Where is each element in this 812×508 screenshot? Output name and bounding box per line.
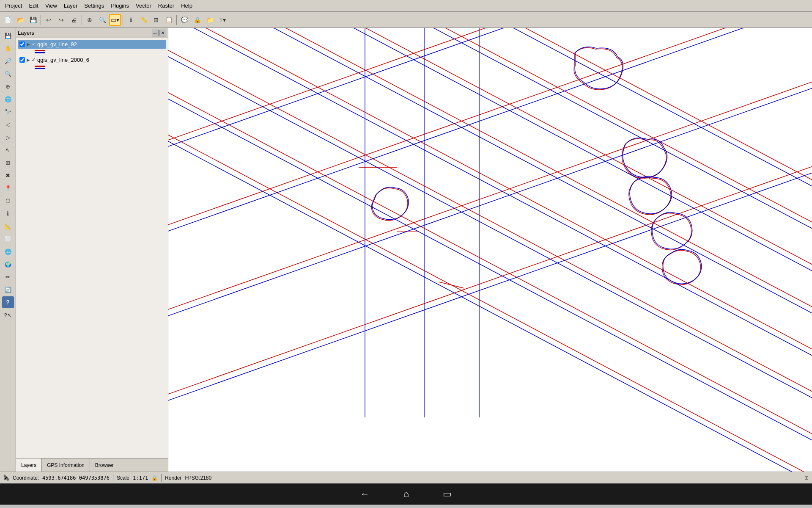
edit-layer-button[interactable]: ✏ xyxy=(2,271,14,283)
attribute-table-button[interactable]: ⊞ xyxy=(150,14,162,26)
select-feature-button[interactable]: ↖ xyxy=(2,144,14,156)
menu-settings[interactable]: Settings xyxy=(81,2,107,10)
layer-1-legend-red xyxy=(35,50,45,51)
tab-gps-information[interactable]: GPS Information xyxy=(42,458,90,472)
open-project-button[interactable]: 📂 xyxy=(14,14,26,26)
statusbar: 🛰 Coordinate: 4593.674186 0497353876 Sca… xyxy=(0,472,812,483)
coordinate-value: 4593.674186 0497353876 xyxy=(42,475,110,481)
menu-edit[interactable]: Edit xyxy=(25,2,41,10)
menu-plugins[interactable]: Plugins xyxy=(107,2,132,10)
identify-lt-button[interactable]: ℹ xyxy=(2,207,14,219)
undo-button[interactable]: ↩ xyxy=(43,14,55,26)
layers-panel-close[interactable]: ✕ xyxy=(159,30,166,36)
select-location-button[interactable]: 📍 xyxy=(2,182,14,194)
save-lt-button[interactable]: 💾 xyxy=(2,30,14,41)
render-label: Render xyxy=(165,475,181,481)
main-area: 💾 ✋ 🔎 🔍 ⊕ 🌐 🔭 ◁ ▷ ↖ ⊞ ✖ 📍 ⬡ ℹ 📐 ⬜ 🌐 🌍 ✏ … xyxy=(0,28,812,472)
zoom-full-button[interactable]: ⊕ xyxy=(84,14,96,26)
print-button[interactable]: 🖨 xyxy=(68,14,80,26)
globe-button[interactable]: 🌐 xyxy=(2,246,14,257)
sep1 xyxy=(41,15,41,25)
layer-2-name: qgis_gv_line_2000_6 xyxy=(37,57,89,63)
tab-layers[interactable]: Layers xyxy=(16,458,42,472)
zoom-next-button[interactable]: ▷ xyxy=(2,131,14,143)
svg-rect-0 xyxy=(168,28,812,472)
android-home-button[interactable]: ⌂ xyxy=(403,489,409,500)
layer-1-vis-icon: ✓ xyxy=(32,41,36,47)
layers-panel-minimize[interactable]: — xyxy=(152,30,159,36)
zoom-out-lt-button[interactable]: 🔍 xyxy=(2,68,14,80)
tab-browser[interactable]: Browser xyxy=(90,458,119,472)
resize-icon: ⊞ xyxy=(804,475,809,481)
zoom-all-button[interactable]: 🌐 xyxy=(2,93,14,105)
menu-vector[interactable]: Vector xyxy=(132,2,155,10)
status-sep-2 xyxy=(161,474,162,482)
new-project-button[interactable]: 📄 xyxy=(2,14,14,26)
layer-item-1[interactable]: ▶ ✓ qgis_gv_line_92 xyxy=(18,40,166,49)
layer-item-2[interactable]: ▶ ✓ qgis_gv_line_2000_6 xyxy=(18,55,166,64)
save-project-button[interactable]: 💾 xyxy=(27,14,39,26)
select-all-lt-button[interactable]: ⊞ xyxy=(2,157,14,168)
redo-button[interactable]: ↪ xyxy=(55,14,67,26)
layers-panel: Layers — ✕ ▶ ✓ qgis_gv_line_92 ▶ xyxy=(16,28,168,472)
layer-1-name: qgis_gv_line_92 xyxy=(37,41,77,47)
layer-2-vis-icon: ✓ xyxy=(32,57,36,63)
select-rect-button[interactable]: ▭▾ xyxy=(109,14,121,26)
layers-tabs: Layers GPS Information Browser xyxy=(16,458,168,472)
measure-area-button[interactable]: ⬜ xyxy=(2,233,14,245)
layers-panel-title: Layers xyxy=(18,30,34,36)
layers-titlebar: Layers — ✕ xyxy=(16,28,168,38)
left-toolbar: 💾 ✋ 🔎 🔍 ⊕ 🌐 🔭 ◁ ▷ ↖ ⊞ ✖ 📍 ⬡ ℹ 📐 ⬜ 🌐 🌍 ✏ … xyxy=(0,28,16,472)
sep4 xyxy=(176,15,177,25)
gps-icon: 🛰 xyxy=(3,475,9,481)
layer-2-legend-red xyxy=(35,66,45,67)
layers-content: ▶ ✓ qgis_gv_line_92 ▶ ✓ qgis_gv_line_200… xyxy=(16,38,168,458)
menu-raster[interactable]: Raster xyxy=(155,2,178,10)
pan-button[interactable]: ✋ xyxy=(2,42,14,54)
crs-label: FPSG:2180 xyxy=(185,475,212,481)
toolbar: 📄 📂 💾 ↩ ↪ 🖨 ⊕ 🔍 ▭▾ ℹ 📏 ⊞ 📋 💬 🔒 📁 T▾ xyxy=(0,12,812,28)
label-button[interactable]: T▾ xyxy=(217,14,228,26)
menu-project[interactable]: Project xyxy=(2,2,25,10)
atlas-button[interactable]: 📋 xyxy=(163,14,175,26)
layer-2-expand-icon: ▶ xyxy=(27,58,30,62)
android-back-button[interactable]: ← xyxy=(360,489,370,500)
layer-2-legend-blue xyxy=(35,68,45,69)
zoom-layer-button[interactable]: ⊕ xyxy=(2,80,14,92)
sep2 xyxy=(82,15,82,25)
identify-features-button[interactable]: ℹ xyxy=(125,14,137,26)
scale-label: Scale xyxy=(117,475,129,481)
deselect-button[interactable]: ✖ xyxy=(2,169,14,181)
browser-button[interactable]: 📁 xyxy=(204,14,216,26)
globe2-button[interactable]: 🌍 xyxy=(2,258,14,270)
annotation-button[interactable]: 💬 xyxy=(178,14,190,26)
zoom-in-button[interactable]: 🔎 xyxy=(2,55,14,67)
layers-panel-controls: — ✕ xyxy=(152,30,166,36)
coordinate-label: Coordinate: xyxy=(13,475,39,481)
help-lt-button[interactable]: ? xyxy=(2,296,14,308)
measure-button[interactable]: 📏 xyxy=(137,14,149,26)
menu-view[interactable]: View xyxy=(42,2,60,10)
zoom-out-button[interactable]: 🔍 xyxy=(96,14,108,26)
zoom-prev-button[interactable]: ◁ xyxy=(2,119,14,130)
select-polygon-button[interactable]: ⬡ xyxy=(2,195,14,207)
layer-2-checkbox[interactable] xyxy=(19,57,25,63)
lock-layers-button[interactable]: 🔒 xyxy=(191,14,203,26)
sep3 xyxy=(123,15,123,25)
layer-1-legend-blue xyxy=(35,52,45,53)
layer-1-expand-icon: ▶ xyxy=(27,42,30,47)
scale-value: 1:171 xyxy=(133,475,148,481)
map-area[interactable] xyxy=(168,28,812,472)
measure-line-button[interactable]: 📐 xyxy=(2,220,14,232)
android-recent-button[interactable]: ▭ xyxy=(443,489,452,500)
what-is-button[interactable]: ?↖ xyxy=(2,309,14,321)
menu-help[interactable]: Help xyxy=(178,2,196,10)
layer-1-checkbox[interactable] xyxy=(19,41,25,47)
lock-scale-icon[interactable]: 🔒 xyxy=(151,475,158,481)
map-canvas xyxy=(168,28,812,472)
menu-layer[interactable]: Layer xyxy=(60,2,81,10)
zoom-region-button[interactable]: 🔭 xyxy=(2,106,14,118)
status-sep-1 xyxy=(113,474,113,482)
menubar: Project Edit View Layer Settings Plugins… xyxy=(0,0,812,12)
refresh-button[interactable]: 🔄 xyxy=(2,284,14,295)
